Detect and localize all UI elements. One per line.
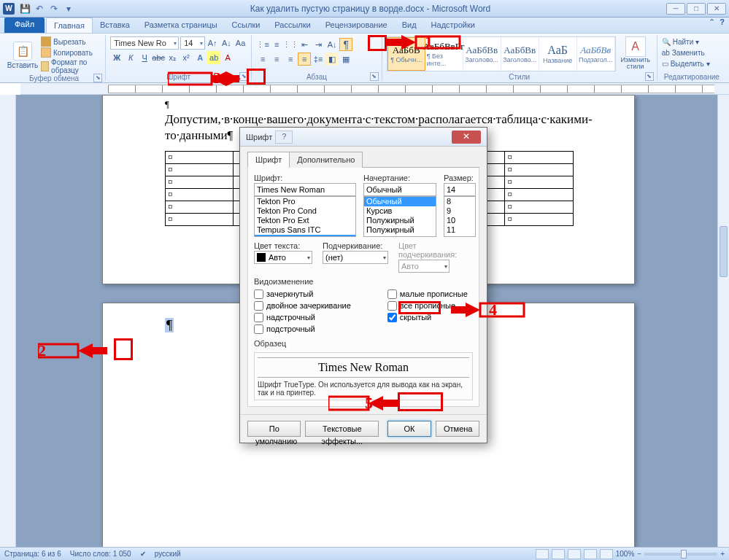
scroll-thumb[interactable] bbox=[720, 226, 728, 277]
select-button[interactable]: ▭Выделить ▾ bbox=[662, 58, 722, 69]
dialog-tab-font[interactable]: Шрифт bbox=[247, 152, 290, 168]
sort-button[interactable]: A↓ bbox=[325, 38, 339, 51]
dialog-titlebar[interactable]: Шрифт ? ✕ bbox=[240, 128, 487, 147]
cut-button[interactable]: Вырезать bbox=[41, 36, 101, 47]
zoom-slider[interactable] bbox=[644, 553, 717, 556]
horizontal-ruler[interactable] bbox=[20, 83, 729, 95]
clipboard-launcher[interactable]: ⬊ bbox=[93, 74, 102, 82]
superscript-button[interactable]: x² bbox=[180, 51, 193, 64]
style-heading1[interactable]: АаБбВвЗаголово... bbox=[463, 37, 501, 71]
font-size-combo[interactable]: 14 bbox=[180, 36, 204, 50]
font-style-list[interactable]: Обычный Курсив Полужирный Полужирный Кур… bbox=[363, 196, 436, 237]
smallcaps-checkbox[interactable]: малые прописные bbox=[387, 288, 468, 300]
maximize-button[interactable]: □ bbox=[687, 3, 706, 15]
help-icon[interactable]: ? bbox=[720, 18, 725, 33]
spell-check-icon[interactable]: ✔ bbox=[140, 550, 146, 558]
redo-icon[interactable]: ↷ bbox=[48, 3, 60, 15]
decrease-indent-button[interactable]: ⇤ bbox=[298, 38, 311, 51]
web-layout-view[interactable] bbox=[568, 549, 581, 559]
styles-launcher[interactable]: ⬊ bbox=[645, 72, 654, 81]
dialog-help-button[interactable]: ? bbox=[275, 131, 293, 144]
font-color-dropdown[interactable]: Авто bbox=[254, 251, 312, 264]
word-count[interactable]: Число слов: 1 050 bbox=[70, 550, 131, 558]
fullscreen-view[interactable] bbox=[552, 549, 565, 559]
status-bar: Страница: 6 из 6 Число слов: 1 050 ✔ рус… bbox=[0, 547, 729, 560]
zoom-out[interactable]: − bbox=[637, 550, 641, 558]
line-spacing-button[interactable]: ‡≡ bbox=[312, 52, 325, 66]
review-tab[interactable]: Рецензирование bbox=[318, 18, 395, 33]
draft-view[interactable] bbox=[600, 549, 613, 559]
vertical-scrollbar[interactable] bbox=[717, 95, 729, 547]
underline-dropdown[interactable]: (нет) bbox=[323, 251, 388, 264]
align-right-button[interactable]: ≡ bbox=[284, 52, 297, 66]
print-layout-view[interactable] bbox=[536, 549, 549, 559]
language-indicator[interactable]: русский bbox=[155, 550, 181, 558]
strikethrough-checkbox[interactable]: зачеркнутый bbox=[254, 288, 351, 300]
zoom-level[interactable]: 100% bbox=[616, 550, 635, 558]
vertical-ruler[interactable] bbox=[0, 95, 16, 547]
qat-more-icon[interactable]: ▾ bbox=[63, 3, 74, 15]
highlight-button[interactable]: ab bbox=[207, 51, 220, 64]
subscript-checkbox[interactable]: подстрочный bbox=[254, 323, 351, 335]
multilevel-button[interactable]: ⋮⋮ bbox=[284, 38, 297, 51]
mailings-tab[interactable]: Рассылки bbox=[267, 18, 317, 33]
style-subtitle[interactable]: АаБбВвПодзагол... bbox=[577, 37, 615, 71]
format-painter-button[interactable]: Формат по образцу bbox=[41, 58, 101, 74]
align-left-button[interactable]: ≡ bbox=[256, 52, 269, 66]
bold-button[interactable]: Ж bbox=[110, 51, 123, 64]
align-center-button[interactable]: ≡ bbox=[270, 52, 283, 66]
zoom-in[interactable]: + bbox=[720, 550, 725, 558]
text-effects-button-dialog[interactable]: Текстовые эффекты... bbox=[305, 421, 379, 437]
minimize-button[interactable]: ─ bbox=[666, 3, 685, 15]
shrink-font-button[interactable]: A↓ bbox=[220, 36, 233, 50]
insert-tab[interactable]: Вставка bbox=[93, 18, 137, 33]
page-layout-tab[interactable]: Разметка страницы bbox=[137, 18, 225, 33]
style-heading2[interactable]: АаБбВвЗаголово... bbox=[501, 37, 539, 71]
close-button[interactable]: ✕ bbox=[707, 3, 726, 15]
font-size-input[interactable] bbox=[444, 183, 476, 196]
strikethrough-button[interactable]: abc bbox=[152, 51, 165, 64]
paste-button[interactable]: 📋 Вставить bbox=[7, 36, 38, 74]
font-name-list[interactable]: Tekton Pro Tekton Pro Cond Tekton Pro Ex… bbox=[254, 196, 356, 237]
justify-button[interactable]: ≡ bbox=[298, 52, 311, 66]
font-size-list[interactable]: 8 9 10 11 12 bbox=[444, 196, 476, 237]
subscript-button[interactable]: x₂ bbox=[166, 51, 179, 64]
grow-font-button[interactable]: A↑ bbox=[207, 36, 219, 50]
replace-button[interactable]: abЗаменить bbox=[662, 47, 722, 58]
save-icon[interactable]: 💾 bbox=[19, 3, 31, 15]
ok-button[interactable]: ОК bbox=[387, 421, 431, 437]
paragraph-launcher[interactable]: ⬊ bbox=[370, 72, 379, 81]
copy-button[interactable]: Копировать bbox=[41, 47, 101, 58]
show-hide-paragraph-button[interactable]: ¶ bbox=[339, 38, 352, 51]
default-button[interactable]: По умолчанию bbox=[247, 421, 301, 437]
bullets-button[interactable]: ⋮≡ bbox=[256, 38, 269, 51]
change-case-button[interactable]: Aa bbox=[234, 36, 247, 50]
superscript-checkbox[interactable]: надстрочный bbox=[254, 311, 351, 323]
underline-button[interactable]: Ч bbox=[138, 51, 151, 64]
text-effects-button[interactable]: A bbox=[193, 51, 207, 64]
italic-button[interactable]: К bbox=[124, 51, 137, 64]
home-tab[interactable]: Главная bbox=[46, 18, 93, 33]
outline-view[interactable] bbox=[584, 549, 597, 559]
style-title[interactable]: АаБНазвание bbox=[539, 37, 577, 71]
references-tab[interactable]: Ссылки bbox=[225, 18, 268, 33]
undo-icon[interactable]: ↶ bbox=[34, 3, 45, 15]
dialog-tab-advanced[interactable]: Дополнительно bbox=[289, 152, 363, 168]
ribbon-tabs: Файл Главная Вставка Разметка страницы С… bbox=[0, 18, 729, 34]
borders-button[interactable]: ▦ bbox=[339, 52, 352, 66]
find-button[interactable]: 🔍Найти ▾ bbox=[662, 36, 722, 47]
double-strike-checkbox[interactable]: двойное зачеркивание bbox=[254, 300, 351, 311]
dialog-close-button[interactable]: ✕ bbox=[452, 131, 481, 144]
change-styles-button[interactable]: A Изменить стили bbox=[619, 36, 652, 70]
numbering-button[interactable]: ≡ bbox=[270, 38, 283, 51]
file-tab[interactable]: Файл bbox=[4, 18, 45, 33]
increase-indent-button[interactable]: ⇥ bbox=[312, 38, 325, 51]
page-indicator[interactable]: Страница: 6 из 6 bbox=[4, 550, 61, 558]
font-name-input[interactable] bbox=[254, 183, 356, 196]
font-name-combo[interactable]: Times New Ro bbox=[110, 36, 179, 50]
ribbon-minimize-icon[interactable]: ⌃ bbox=[709, 18, 715, 33]
cancel-button[interactable]: Отмена bbox=[436, 421, 479, 437]
font-color-button[interactable]: A bbox=[221, 51, 234, 64]
shading-button[interactable]: ◧ bbox=[325, 52, 339, 66]
font-style-input[interactable] bbox=[363, 183, 436, 196]
